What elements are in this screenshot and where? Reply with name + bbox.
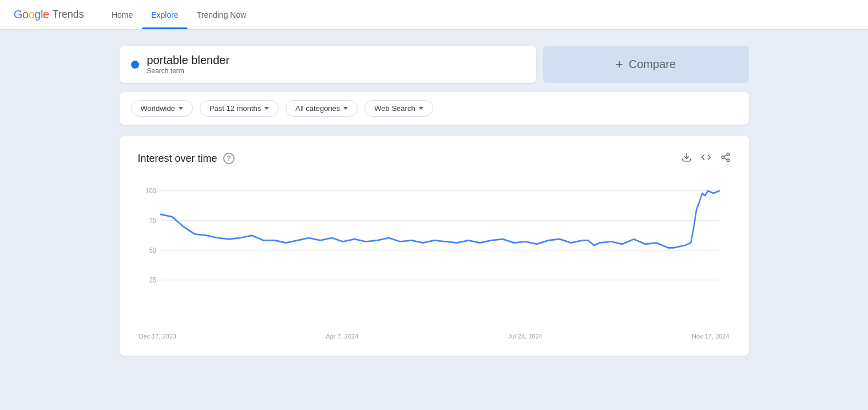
google-wordmark: Google — [14, 8, 49, 21]
category-chevron-icon — [343, 107, 348, 110]
search-type-filter-label: Web Search — [374, 104, 415, 113]
svg-text:100: 100 — [145, 188, 156, 194]
nav-trending-now[interactable]: Trending Now — [188, 0, 256, 29]
nav-explore[interactable]: Explore — [142, 0, 187, 29]
category-filter-label: All categories — [295, 104, 340, 113]
location-filter[interactable]: Worldwide — [131, 100, 193, 117]
trend-chart: 100 75 50 25 — [138, 178, 731, 327]
main-content: portable blender Search term + Compare W… — [120, 30, 749, 372]
svg-point-3 — [727, 159, 730, 162]
svg-line-5 — [724, 155, 727, 157]
category-filter[interactable]: All categories — [286, 100, 358, 117]
chart-title-group: Interest over time ? — [138, 153, 235, 165]
search-text-group: portable blender Search term — [147, 54, 230, 75]
compare-label-text: Compare — [629, 58, 676, 71]
svg-text:75: 75 — [149, 217, 156, 224]
x-label-jul: Jul 28, 2024 — [508, 333, 542, 340]
search-box[interactable]: portable blender Search term — [120, 46, 536, 83]
search-dot-indicator — [131, 61, 139, 69]
svg-line-4 — [724, 158, 727, 160]
header: Google Trends Home Explore Trending Now — [0, 0, 868, 30]
chart-section: Interest over time ? — [120, 136, 749, 356]
share-icon[interactable] — [720, 152, 731, 165]
search-term-text: portable blender — [147, 54, 230, 67]
logo[interactable]: Google Trends — [14, 8, 84, 21]
compare-plus-icon: + — [616, 57, 623, 72]
time-filter[interactable]: Past 12 months — [200, 100, 279, 117]
svg-point-1 — [727, 153, 730, 156]
time-filter-label: Past 12 months — [209, 104, 261, 113]
search-type-filter[interactable]: Web Search — [364, 100, 433, 117]
location-chevron-icon — [179, 107, 183, 110]
svg-point-2 — [722, 156, 724, 159]
search-type-text: Search term — [147, 67, 230, 75]
trends-wordmark: Trends — [53, 9, 84, 21]
svg-text:25: 25 — [149, 277, 156, 284]
embed-icon[interactable] — [701, 152, 711, 165]
search-section: portable blender Search term + Compare — [120, 46, 749, 83]
chart-title-text: Interest over time — [138, 153, 217, 165]
chart-actions — [681, 152, 731, 165]
compare-box[interactable]: + Compare — [543, 46, 749, 83]
chart-header: Interest over time ? — [138, 152, 731, 165]
x-label-apr: Apr 7, 2024 — [326, 333, 358, 340]
search-type-chevron-icon — [419, 107, 423, 110]
location-filter-label: Worldwide — [141, 104, 175, 113]
main-nav: Home Explore Trending Now — [102, 0, 255, 29]
nav-home[interactable]: Home — [102, 0, 142, 29]
svg-text:50: 50 — [149, 247, 156, 254]
download-icon[interactable] — [681, 152, 692, 165]
x-label-nov: Nov 17, 2024 — [692, 333, 729, 340]
x-label-dec: Dec 17, 2023 — [139, 333, 176, 340]
x-axis-labels: Dec 17, 2023 Apr 7, 2024 Jul 28, 2024 No… — [138, 333, 731, 340]
filters-section: Worldwide Past 12 months All categories … — [120, 92, 749, 125]
help-icon[interactable]: ? — [223, 153, 235, 164]
time-chevron-icon — [264, 107, 269, 110]
chart-area: 100 75 50 25 Dec 17, 2023 Apr 7, 2024 Ju… — [138, 178, 731, 340]
